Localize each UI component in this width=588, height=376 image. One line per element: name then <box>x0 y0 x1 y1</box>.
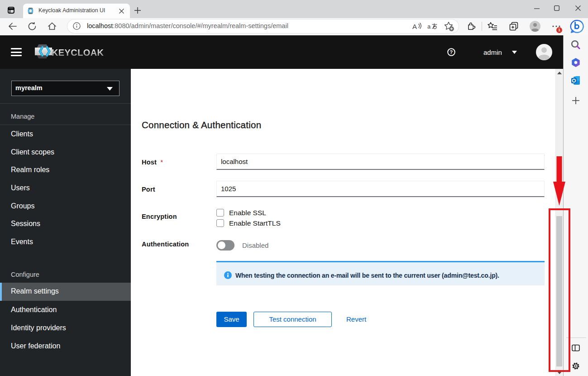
svg-text:a: a <box>427 23 431 30</box>
svg-text:?: ? <box>450 49 453 55</box>
svg-text:A: A <box>412 23 417 30</box>
